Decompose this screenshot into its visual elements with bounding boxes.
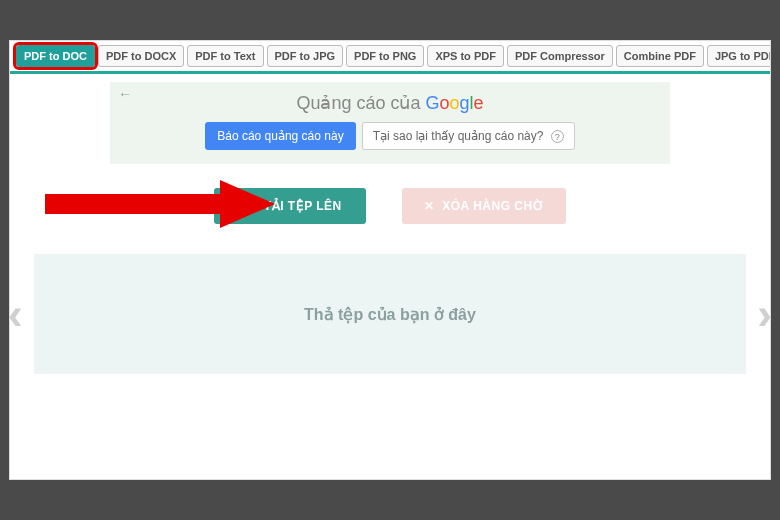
- question-icon: ?: [551, 130, 564, 143]
- content-area: ← Quảng cáo của Google Báo cáo quảng cáo…: [10, 74, 770, 479]
- chevron-right-icon[interactable]: ›: [757, 292, 771, 336]
- clear-queue-button[interactable]: ✕ XÓA HÀNG CHỜ: [402, 188, 566, 224]
- tab-xps-to-pdf[interactable]: XPS to PDF: [427, 45, 504, 67]
- dropzone-carousel: ‹ Thả tệp của bạn ở đây ›: [10, 254, 770, 374]
- red-arrow-annotation: [45, 180, 275, 228]
- why-ad-button[interactable]: Tại sao lại thấy quảng cáo này? ?: [362, 122, 575, 150]
- ad-box: ← Quảng cáo của Google Báo cáo quảng cáo…: [110, 82, 670, 164]
- tab-bar: PDF to DOCPDF to DOCXPDF to TextPDF to J…: [10, 41, 770, 67]
- clear-label: XÓA HÀNG CHỜ: [442, 199, 544, 213]
- chevron-left-icon[interactable]: ‹: [9, 292, 23, 336]
- ad-title: Quảng cáo của Google: [126, 92, 654, 114]
- tab-combine-pdf[interactable]: Combine PDF: [616, 45, 704, 67]
- ad-title-prefix: Quảng cáo của: [296, 93, 425, 113]
- close-icon[interactable]: ←: [118, 86, 132, 102]
- tab-pdf-to-doc[interactable]: PDF to DOC: [16, 45, 95, 67]
- tab-pdf-to-text[interactable]: PDF to Text: [187, 45, 263, 67]
- tab-pdf-to-png[interactable]: PDF to PNG: [346, 45, 424, 67]
- why-ad-label: Tại sao lại thấy quảng cáo này?: [373, 129, 544, 143]
- upload-label: TẢI TỆP LÊN: [264, 199, 342, 213]
- app-window: PDF to DOCPDF to DOCXPDF to TextPDF to J…: [9, 40, 771, 480]
- dropzone[interactable]: Thả tệp của bạn ở đây: [34, 254, 746, 374]
- svg-marker-1: [220, 180, 275, 228]
- tab-pdf-to-jpg[interactable]: PDF to JPG: [267, 45, 344, 67]
- svg-rect-0: [45, 194, 225, 214]
- tab-pdf-compressor[interactable]: PDF Compressor: [507, 45, 613, 67]
- actions-row: TẢI TỆP LÊN ✕ XÓA HÀNG CHỜ: [10, 188, 770, 224]
- google-logo: Google: [426, 93, 484, 114]
- dropzone-text: Thả tệp của bạn ở đây: [304, 305, 476, 324]
- ad-button-row: Báo cáo quảng cáo này Tại sao lại thấy q…: [126, 122, 654, 150]
- trash-icon: ✕: [424, 199, 435, 213]
- tab-jpg-to-pdf[interactable]: JPG to PDF: [707, 45, 771, 67]
- tab-pdf-to-docx[interactable]: PDF to DOCX: [98, 45, 184, 67]
- report-ad-button[interactable]: Báo cáo quảng cáo này: [205, 122, 355, 150]
